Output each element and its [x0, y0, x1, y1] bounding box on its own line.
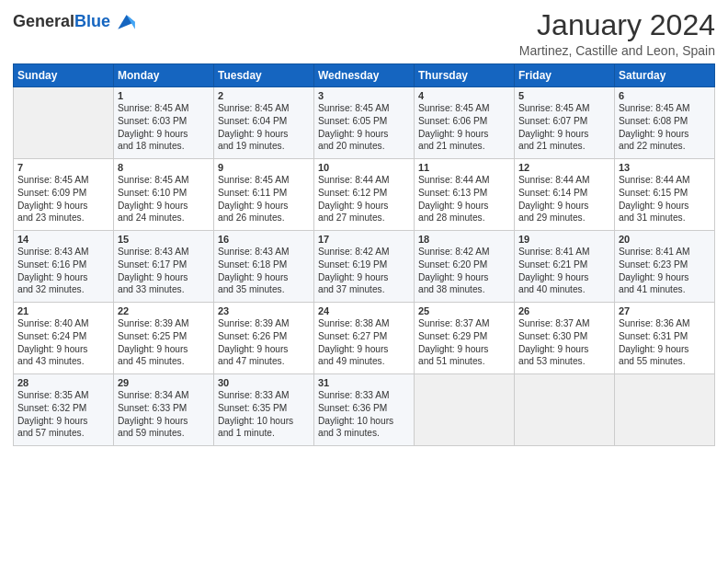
day-number: 29: [118, 377, 210, 388]
day-number: 16: [218, 234, 310, 245]
cell-info: Sunrise: 8:44 AM: [518, 174, 610, 187]
cell-info: and 43 minutes.: [17, 355, 109, 368]
calendar-cell: 30Sunrise: 8:33 AMSunset: 6:35 PMDayligh…: [214, 374, 314, 446]
cell-info: and 3 minutes.: [318, 427, 410, 440]
cell-info: Daylight: 9 hours: [518, 343, 610, 356]
header-monday: Monday: [114, 64, 214, 87]
week-row-1: 7Sunrise: 8:45 AMSunset: 6:09 PMDaylight…: [14, 159, 715, 231]
day-number: 25: [418, 305, 510, 316]
cell-info: Sunrise: 8:42 AM: [318, 246, 410, 259]
cell-info: Daylight: 9 hours: [17, 415, 109, 428]
cell-info: Daylight: 9 hours: [218, 271, 310, 284]
cell-info: Daylight: 10 hours: [218, 415, 310, 428]
cell-info: and 28 minutes.: [418, 212, 510, 224]
day-number: 4: [418, 90, 510, 101]
page-container: GeneralBlue January 2024 Martinez, Casti…: [0, 0, 728, 452]
cell-info: Sunset: 6:25 PM: [118, 330, 210, 343]
logo-general-text: General: [13, 12, 74, 30]
calendar-body: 1Sunrise: 8:45 AMSunset: 6:03 PMDaylight…: [14, 87, 715, 446]
cell-info: and 23 minutes.: [17, 212, 109, 224]
day-number: 8: [118, 162, 210, 173]
calendar-cell: 1Sunrise: 8:45 AMSunset: 6:03 PMDaylight…: [114, 87, 214, 159]
calendar-cell: [615, 374, 715, 446]
calendar-cell: 26Sunrise: 8:37 AMSunset: 6:30 PMDayligh…: [515, 303, 615, 374]
cell-info: Sunset: 6:18 PM: [218, 259, 310, 271]
calendar-cell: [14, 87, 114, 159]
calendar-cell: 5Sunrise: 8:45 AMSunset: 6:07 PMDaylight…: [515, 87, 615, 159]
cell-info: Daylight: 9 hours: [118, 343, 210, 356]
cell-info: Daylight: 9 hours: [118, 200, 210, 213]
cell-info: Sunset: 6:24 PM: [17, 330, 109, 343]
day-number: 6: [619, 90, 711, 101]
calendar-cell: 23Sunrise: 8:39 AMSunset: 6:26 PMDayligh…: [214, 303, 314, 374]
cell-info: Daylight: 9 hours: [619, 343, 711, 356]
cell-info: Sunset: 6:13 PM: [418, 187, 510, 200]
cell-info: Sunrise: 8:39 AM: [118, 317, 210, 330]
week-row-2: 14Sunrise: 8:43 AMSunset: 6:16 PMDayligh…: [14, 231, 715, 303]
cell-info: Sunset: 6:12 PM: [318, 187, 410, 200]
cell-info: Daylight: 9 hours: [218, 343, 310, 356]
cell-info: Sunset: 6:16 PM: [17, 259, 109, 271]
cell-info: Daylight: 9 hours: [318, 343, 410, 356]
cell-info: and 26 minutes.: [218, 212, 310, 224]
cell-info: Daylight: 9 hours: [518, 128, 610, 141]
calendar-cell: 2Sunrise: 8:45 AMSunset: 6:04 PMDaylight…: [214, 87, 314, 159]
cell-info: Sunrise: 8:43 AM: [218, 246, 310, 259]
calendar-cell: 15Sunrise: 8:43 AMSunset: 6:17 PMDayligh…: [114, 231, 214, 303]
cell-info: Sunrise: 8:45 AM: [619, 102, 711, 115]
cell-info: Sunset: 6:36 PM: [318, 402, 410, 415]
day-number: 28: [17, 377, 109, 388]
cell-info: Sunrise: 8:43 AM: [118, 246, 210, 259]
cell-info: Sunset: 6:17 PM: [118, 259, 210, 271]
cell-info: Daylight: 9 hours: [518, 271, 610, 284]
calendar-cell: 20Sunrise: 8:41 AMSunset: 6:23 PMDayligh…: [615, 231, 715, 303]
calendar-header: Sunday Monday Tuesday Wednesday Thursday…: [14, 64, 715, 87]
day-number: 24: [318, 305, 410, 316]
cell-info: Sunset: 6:26 PM: [218, 330, 310, 343]
day-number: 11: [418, 162, 510, 173]
cell-info: Sunrise: 8:34 AM: [118, 389, 210, 402]
cell-info: Sunrise: 8:38 AM: [318, 317, 410, 330]
day-number: 3: [318, 90, 410, 101]
day-number: 21: [17, 305, 109, 316]
cell-info: and 57 minutes.: [17, 427, 109, 440]
cell-info: Daylight: 9 hours: [418, 128, 510, 141]
cell-info: and 29 minutes.: [518, 212, 610, 224]
calendar-cell: 17Sunrise: 8:42 AMSunset: 6:19 PMDayligh…: [314, 231, 415, 303]
calendar-cell: 25Sunrise: 8:37 AMSunset: 6:29 PMDayligh…: [415, 303, 515, 374]
calendar-cell: 18Sunrise: 8:42 AMSunset: 6:20 PMDayligh…: [415, 231, 515, 303]
logo: GeneralBlue: [13, 9, 138, 35]
cell-info: and 21 minutes.: [518, 140, 610, 153]
header-row: Sunday Monday Tuesday Wednesday Thursday…: [14, 64, 715, 87]
cell-info: and 22 minutes.: [619, 140, 711, 153]
cell-info: Sunset: 6:19 PM: [318, 259, 410, 271]
cell-info: Sunrise: 8:33 AM: [218, 389, 310, 402]
day-number: 13: [619, 162, 711, 173]
cell-info: Daylight: 9 hours: [118, 415, 210, 428]
cell-info: and 40 minutes.: [518, 283, 610, 296]
cell-info: Daylight: 9 hours: [318, 128, 410, 141]
calendar-cell: 29Sunrise: 8:34 AMSunset: 6:33 PMDayligh…: [114, 374, 214, 446]
day-number: 23: [218, 305, 310, 316]
week-row-4: 28Sunrise: 8:35 AMSunset: 6:32 PMDayligh…: [14, 374, 715, 446]
header-wednesday: Wednesday: [314, 64, 415, 87]
calendar-cell: 22Sunrise: 8:39 AMSunset: 6:25 PMDayligh…: [114, 303, 214, 374]
cell-info: Daylight: 9 hours: [17, 343, 109, 356]
cell-info: and 53 minutes.: [518, 355, 610, 368]
calendar-cell: 10Sunrise: 8:44 AMSunset: 6:12 PMDayligh…: [314, 159, 415, 231]
calendar-cell: 6Sunrise: 8:45 AMSunset: 6:08 PMDaylight…: [615, 87, 715, 159]
cell-info: Daylight: 9 hours: [17, 271, 109, 284]
header-thursday: Thursday: [415, 64, 515, 87]
day-number: 15: [118, 234, 210, 245]
cell-info: Sunrise: 8:45 AM: [218, 102, 310, 115]
cell-info: Sunset: 6:27 PM: [318, 330, 410, 343]
calendar-table: Sunday Monday Tuesday Wednesday Thursday…: [13, 63, 715, 446]
day-number: 26: [518, 305, 610, 316]
calendar-cell: 4Sunrise: 8:45 AMSunset: 6:06 PMDaylight…: [415, 87, 515, 159]
calendar-cell: 19Sunrise: 8:41 AMSunset: 6:21 PMDayligh…: [515, 231, 615, 303]
calendar-cell: 8Sunrise: 8:45 AMSunset: 6:10 PMDaylight…: [114, 159, 214, 231]
cell-info: and 21 minutes.: [418, 140, 510, 153]
cell-info: and 37 minutes.: [318, 283, 410, 296]
header-friday: Friday: [515, 64, 615, 87]
cell-info: Sunrise: 8:44 AM: [318, 174, 410, 187]
